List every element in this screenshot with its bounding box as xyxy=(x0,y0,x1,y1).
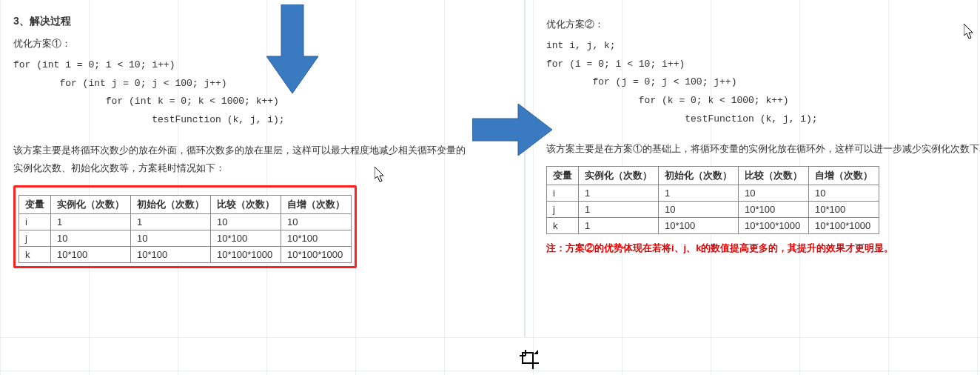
td: 10*100 xyxy=(281,230,352,247)
description-1: 该方案主要是将循环次数少的放在外面，循环次数多的放在里层，这样可以最大程度地减少… xyxy=(13,142,472,178)
highlight-box: 变量 实例化（次数） 初始化（次数） 比较（次数） 自增（次数） i 1 1 1… xyxy=(13,185,357,268)
plan-label-1: 优化方案①： xyxy=(13,37,472,50)
column-divider xyxy=(524,0,526,337)
th: 比较（次数） xyxy=(739,167,809,185)
th: 变量 xyxy=(547,167,579,185)
td: 10*100 xyxy=(51,247,131,263)
td: 1 xyxy=(131,214,211,230)
td: 10 xyxy=(739,185,809,202)
table-header-row: 变量 实例化（次数） 初始化（次数） 比较（次数） 自增（次数） xyxy=(547,167,879,185)
table-row: j 1 10 10*100 10*100 xyxy=(547,202,879,218)
td: j xyxy=(547,202,579,218)
td: 10 xyxy=(211,214,281,230)
svg-marker-9 xyxy=(534,350,538,354)
td: 1 xyxy=(579,218,659,234)
th: 初始化（次数） xyxy=(659,167,739,185)
svg-marker-0 xyxy=(266,4,318,93)
left-column: 3、解决过程 优化方案①： for (int i = 0; i < 10; i+… xyxy=(13,0,472,271)
th: 实例化（次数） xyxy=(579,167,659,185)
table-row: i 1 1 10 10 xyxy=(547,185,879,202)
th: 初始化（次数） xyxy=(131,196,211,214)
td: 10 xyxy=(809,185,879,202)
td: 1 xyxy=(579,185,659,202)
td: 1 xyxy=(659,185,739,202)
right-arrow-icon xyxy=(472,104,552,156)
td: k xyxy=(19,247,51,263)
td: 10*100*1000 xyxy=(809,218,879,234)
td: j xyxy=(19,230,51,247)
table-row: k 1 10*100 10*100*1000 10*100*1000 xyxy=(547,218,879,234)
td: 10*100*1000 xyxy=(739,218,809,234)
note-text: 注：方案②的优势体现在若将i、j、k的数值提高更多的，其提升的效果才更明显。 xyxy=(546,242,980,255)
td: 1 xyxy=(579,202,659,218)
th: 变量 xyxy=(19,196,51,214)
table-row: k 10*100 10*100 10*100*1000 10*100*1000 xyxy=(19,247,352,263)
td: 10*100 xyxy=(659,218,739,234)
svg-marker-1 xyxy=(472,104,552,156)
table-row: j 10 10 10*100 10*100 xyxy=(19,230,352,247)
td: 10 xyxy=(659,202,739,218)
td: i xyxy=(547,185,579,202)
th: 自增（次数） xyxy=(281,196,352,214)
table-row: i 1 1 10 10 xyxy=(19,214,352,230)
svg-rect-4 xyxy=(523,353,533,363)
td: 1 xyxy=(51,214,131,230)
td: 10 xyxy=(281,214,352,230)
crop-cursor-icon xyxy=(520,350,539,369)
code-block-1: for (int i = 0; i < 10; i++) for (int j … xyxy=(13,56,472,130)
th: 实例化（次数） xyxy=(51,196,131,214)
down-arrow-icon xyxy=(266,4,318,93)
td: 10*100 xyxy=(739,202,809,218)
code-block-2: int i, j, k; for (i = 0; i < 10; i++) fo… xyxy=(546,37,980,128)
table-header-row: 变量 实例化（次数） 初始化（次数） 比较（次数） 自增（次数） xyxy=(19,196,352,214)
td: 10*100 xyxy=(809,202,879,218)
td: k xyxy=(547,218,579,234)
td: 10*100 xyxy=(131,247,211,263)
table-2: 变量 实例化（次数） 初始化（次数） 比较（次数） 自增（次数） i 1 1 1… xyxy=(546,166,879,234)
plan-label-2: 优化方案②： xyxy=(546,18,980,31)
td: 10*100*1000 xyxy=(211,247,281,263)
right-column: 优化方案②： int i, j, k; for (i = 0; i < 10; … xyxy=(546,0,980,255)
section-title: 3、解决过程 xyxy=(13,15,472,28)
th: 自增（次数） xyxy=(809,167,879,185)
table-1: 变量 实例化（次数） 初始化（次数） 比较（次数） 自增（次数） i 1 1 1… xyxy=(19,195,352,263)
td: 10*100*1000 xyxy=(281,247,352,263)
td: 10*100 xyxy=(211,230,281,247)
td: i xyxy=(19,214,51,230)
th: 比较（次数） xyxy=(211,196,281,214)
td: 10 xyxy=(51,230,131,247)
td: 10 xyxy=(131,230,211,247)
description-2: 该方案主要是在方案①的基础上，将循环变量的实例化放在循环外，这样可以进一步减少实… xyxy=(546,140,980,159)
